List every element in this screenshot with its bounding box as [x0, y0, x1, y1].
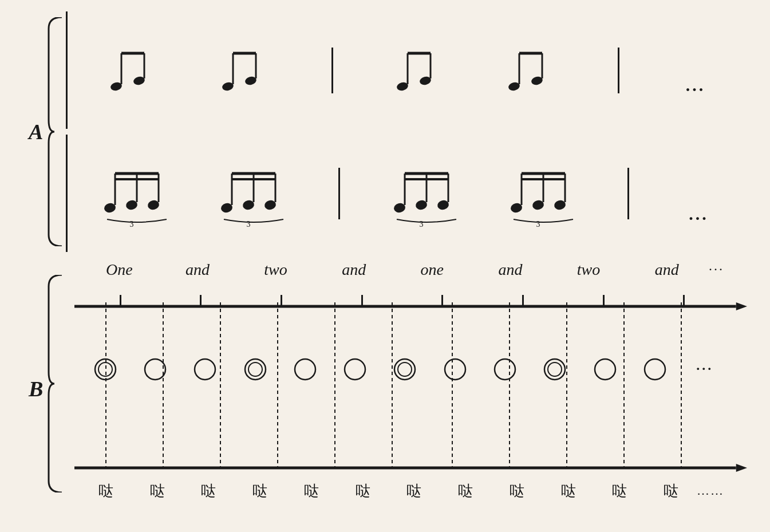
- barline-mid-2: [338, 168, 340, 219]
- circle-1: [141, 355, 169, 384]
- cn-2: 哒: [132, 481, 183, 501]
- circle-7: [591, 355, 619, 384]
- timeline-bottom-arrow: [74, 464, 747, 472]
- circles-row: ···: [80, 355, 724, 384]
- cn-ellipsis: ……: [697, 483, 724, 498]
- section-a: A: [23, 11, 747, 252]
- triplet-3: 3: [394, 159, 457, 228]
- circle-6: [491, 355, 519, 384]
- cn-7: 哒: [389, 481, 440, 501]
- section-b: B One and two and one and two and ···: [23, 258, 747, 521]
- svg-point-81: [445, 359, 465, 380]
- svg-point-85: [595, 359, 615, 380]
- note-pair-2: [219, 42, 271, 99]
- cn-11: 哒: [594, 481, 646, 501]
- beat-label-one2: one: [393, 261, 472, 279]
- note-pair-3: [394, 42, 445, 99]
- beat-label-two2: two: [550, 261, 628, 279]
- svg-point-86: [645, 359, 665, 380]
- cn-12: 哒: [645, 481, 697, 501]
- note-pair-1: [108, 42, 159, 99]
- beat-label-and2: and: [315, 261, 393, 279]
- circle-double-1: [91, 355, 120, 384]
- beat-label-and4: and: [627, 261, 706, 279]
- music-row-2: 3 3: [66, 135, 747, 252]
- svg-point-84: [548, 362, 562, 376]
- music-rows: ···: [66, 11, 747, 252]
- chinese-row: 哒 哒 哒 哒 哒 哒 哒 哒 哒 哒 哒 哒 ……: [80, 481, 724, 501]
- cn-5: 哒: [286, 481, 337, 501]
- svg-marker-88: [736, 464, 747, 472]
- music-row-1: ···: [66, 11, 747, 129]
- cn-1: 哒: [80, 481, 132, 501]
- svg-point-78: [345, 359, 365, 380]
- cn-6: 哒: [337, 481, 389, 501]
- svg-text:3: 3: [536, 220, 540, 228]
- label-b: B: [29, 376, 43, 401]
- circle-double-3: [390, 355, 419, 384]
- svg-text:3: 3: [247, 220, 251, 228]
- beat-ellipsis: ···: [709, 262, 724, 277]
- dashed-lines: [74, 302, 730, 468]
- cn-8: 哒: [440, 481, 491, 501]
- svg-point-77: [295, 359, 315, 380]
- timeline-area: One and two and one and two and ···: [69, 258, 747, 521]
- svg-point-76: [248, 362, 262, 376]
- circle-double-4: [540, 355, 569, 384]
- beat-label-and1: and: [159, 261, 237, 279]
- cn-10: 哒: [543, 481, 594, 501]
- svg-point-72: [98, 362, 112, 376]
- barline-right-1: [618, 48, 619, 93]
- svg-point-82: [495, 359, 515, 380]
- circle-4: [341, 355, 369, 384]
- barline-right-2: [627, 168, 629, 219]
- svg-point-73: [145, 359, 165, 380]
- ellipsis-1: ···: [686, 80, 706, 99]
- notes-group-1: ···: [66, 36, 747, 105]
- beat-label-one: One: [80, 261, 159, 279]
- circle-3: [291, 355, 319, 384]
- brace-b: [46, 275, 63, 492]
- beat-labels: One and two and one and two and ···: [80, 261, 724, 279]
- cn-3: 哒: [183, 481, 235, 501]
- cn-9: 哒: [491, 481, 543, 501]
- triplet-1: 3: [104, 159, 167, 228]
- circle-double-2: [241, 355, 270, 384]
- brace-a: [46, 17, 63, 246]
- svg-marker-57: [736, 302, 747, 310]
- svg-point-80: [398, 362, 412, 376]
- triplet-4: 3: [511, 159, 574, 228]
- triplet-2: 3: [221, 159, 284, 228]
- cn-4: 哒: [234, 481, 286, 501]
- circle-2: [191, 355, 219, 384]
- circle-5: [441, 355, 469, 384]
- svg-point-74: [195, 359, 215, 380]
- note-pair-4: [506, 42, 557, 99]
- svg-text:3: 3: [419, 220, 423, 228]
- label-a: A: [29, 119, 43, 144]
- circles-ellipsis: ···: [696, 361, 713, 377]
- barline-mid-1: [331, 48, 333, 93]
- main-container: A: [0, 0, 770, 532]
- ellipsis-2: ···: [689, 208, 709, 228]
- beat-label-two: two: [236, 261, 315, 279]
- beat-label-and3: and: [471, 261, 550, 279]
- notes-group-2: 3 3: [66, 153, 747, 234]
- svg-text:3: 3: [130, 220, 134, 228]
- circle-8: [641, 355, 669, 384]
